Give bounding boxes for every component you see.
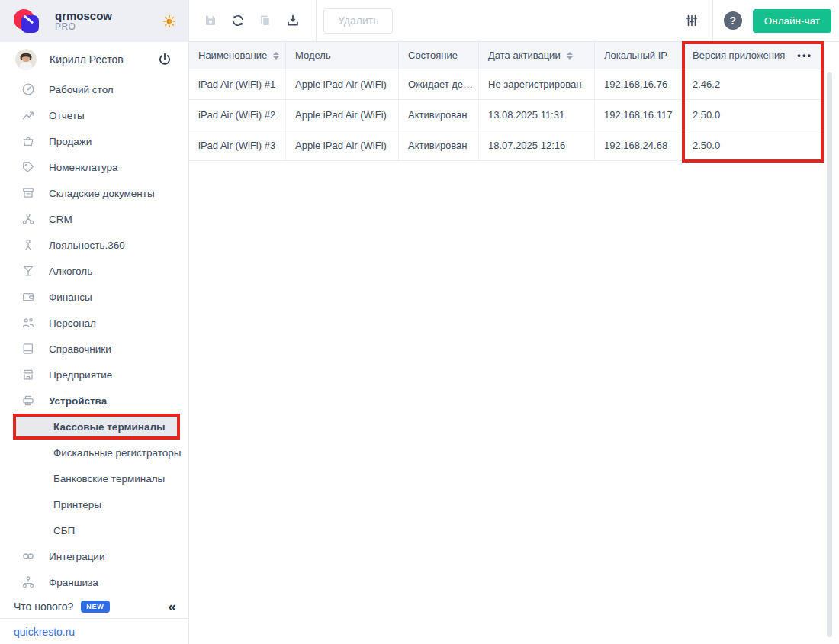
table-cell[interactable]: Активирован [399, 130, 479, 161]
collapse-sidebar-button[interactable]: « [168, 598, 176, 615]
user-name: Кирилл Рестов [50, 53, 156, 66]
table-cell[interactable]: 192.168.16.76 [595, 69, 683, 100]
table-cell[interactable]: iPad Air (WiFi) #2 [189, 100, 286, 130]
refresh-button[interactable] [230, 13, 246, 28]
table-cell[interactable]: Активирован [399, 100, 479, 130]
table-cell[interactable]: 2.50.0 [683, 100, 822, 130]
sidebar-item-alcohol[interactable]: Алкоголь [0, 258, 188, 284]
alcohol-icon [21, 263, 36, 279]
sidebar-item-finance[interactable]: Финансы [0, 284, 188, 310]
nomenclature-icon [21, 159, 36, 175]
sidebar-item-sbp[interactable]: СБП [0, 517, 188, 543]
sidebar-item-printers[interactable]: Принтеры [0, 491, 188, 517]
sidebar-item-loyalty[interactable]: Лояльность.360 [0, 232, 188, 258]
brand-logo [14, 8, 43, 35]
scrollbar[interactable] [827, 72, 832, 637]
sidebar-item-references[interactable]: Справочники [0, 336, 188, 362]
new-badge: NEW [81, 601, 109, 613]
sidebar-item-cash-terminals[interactable]: Кассовые терминалы [13, 414, 180, 440]
question-icon: ? [729, 14, 736, 27]
save-button[interactable] [203, 13, 218, 28]
table-cell[interactable]: Не зарегистрирован [479, 69, 595, 100]
sidebar-item-staff[interactable]: Персонал [0, 310, 188, 336]
references-icon [21, 341, 36, 356]
sales-icon [21, 134, 36, 149]
brand-plan: PRO [55, 22, 112, 33]
table-cell[interactable]: Ожидает де… [399, 69, 479, 100]
table-cell[interactable]: iPad Air (WiFi) #1 [189, 69, 286, 100]
toolbar: Удалить ? Онлайн-чат [189, 0, 839, 42]
column-header-name[interactable]: Наименование [189, 42, 286, 69]
sidebar-item-reports[interactable]: Отчеты [0, 102, 188, 128]
sidebar-item-franchise[interactable]: Франшиза [0, 569, 188, 595]
sidebar-item-fiscal-registrars[interactable]: Фискальные регистраторы [0, 440, 188, 465]
sidebar-item-integrations[interactable]: Интеграции [0, 543, 188, 569]
sort-icon[interactable] [567, 52, 573, 60]
column-header-model[interactable]: Модель [286, 42, 399, 69]
table-cell[interactable]: 13.08.2025 11:31 [479, 100, 595, 130]
download-button[interactable] [285, 13, 301, 28]
toolbar-right: ? Онлайн-чат [684, 0, 839, 41]
table-cell[interactable]: Apple iPad Air (WiFi) [286, 100, 399, 130]
warehouse-icon [21, 185, 36, 201]
whats-new-row: Что нового? NEW « [0, 595, 188, 618]
table-cell[interactable]: Apple iPad Air (WiFi) [286, 130, 399, 161]
franchise-icon [21, 575, 36, 590]
sidebar-item-bank-terminals[interactable]: Банковские терминалы [0, 465, 188, 491]
column-menu-icon[interactable]: ••• [797, 50, 812, 61]
help-button[interactable]: ? [724, 11, 742, 30]
table-cell[interactable]: Apple iPad Air (WiFi) [286, 69, 399, 100]
toolbar-divider-2 [712, 0, 713, 41]
refresh-icon [230, 13, 246, 28]
user-row[interactable]: Кирилл Рестов [0, 42, 188, 76]
finance-icon [21, 289, 36, 304]
online-chat-button[interactable]: Онлайн-чат [753, 9, 831, 33]
reports-icon [21, 108, 36, 123]
table-cell[interactable]: 192.168.16.117 [595, 100, 683, 130]
sidebar-footer: Что нового? NEW « quickresto.ru [0, 595, 188, 644]
table-cell[interactable]: 192.168.24.68 [595, 130, 683, 161]
save-icon [203, 13, 218, 28]
content-area: Наименование Модель Состояние Дата актив… [189, 42, 839, 644]
table-cell[interactable]: 2.46.2 [683, 69, 822, 100]
sidebar-nav: Рабочий стол Отчеты Продажи Номенклатура [0, 76, 188, 595]
copy-icon [258, 13, 273, 28]
column-header-state[interactable]: Состояние [399, 42, 479, 69]
site-row: quickresto.ru [0, 618, 188, 644]
sort-icon[interactable] [273, 52, 279, 60]
sidebar-item-warehouse-docs[interactable]: Складские документы [0, 180, 188, 206]
whats-new-link[interactable]: Что нового? [14, 601, 73, 613]
app-window: qrmoscow PRO [0, 0, 839, 644]
column-header-local-ip[interactable]: Локальный IP [595, 42, 683, 69]
logout-button[interactable] [156, 51, 173, 68]
staff-icon [21, 315, 36, 330]
sidebar: qrmoscow PRO [0, 0, 189, 644]
loyalty-icon [21, 237, 36, 253]
integrations-icon [21, 549, 36, 564]
sidebar-item-enterprise[interactable]: Предприятие [0, 362, 188, 388]
column-header-activation-date[interactable]: Дата активации [479, 42, 595, 69]
avatar [15, 49, 37, 70]
table-cell[interactable]: 18.07.2025 12:16 [479, 130, 595, 161]
dashboard-icon [21, 82, 36, 97]
sidebar-item-dashboard[interactable]: Рабочий стол [0, 76, 188, 102]
theme-toggle-button[interactable] [161, 13, 178, 30]
sidebar-header: qrmoscow PRO [0, 0, 188, 42]
sidebar-item-sales[interactable]: Продажи [0, 128, 188, 154]
devices-icon [21, 393, 36, 408]
site-link[interactable]: quickresto.ru [14, 626, 75, 638]
toolbar-icons [189, 13, 316, 28]
delete-button[interactable]: Удалить [323, 8, 393, 34]
brand-text: qrmoscow PRO [55, 9, 112, 33]
download-icon [285, 13, 301, 28]
sidebar-item-nomenclature[interactable]: Номенклатура [0, 154, 188, 180]
column-header-app-version[interactable]: Версия приложения ••• [683, 42, 822, 69]
sidebar-item-crm[interactable]: CRM [0, 206, 188, 232]
sidebar-item-devices[interactable]: Устройства [0, 388, 188, 414]
column-settings-button[interactable] [684, 13, 699, 28]
crm-icon [21, 211, 36, 227]
table-cell[interactable]: iPad Air (WiFi) #3 [189, 130, 286, 161]
table-cell[interactable]: 2.50.0 [683, 130, 822, 161]
copy-button[interactable] [258, 13, 273, 28]
sliders-icon [684, 13, 699, 28]
